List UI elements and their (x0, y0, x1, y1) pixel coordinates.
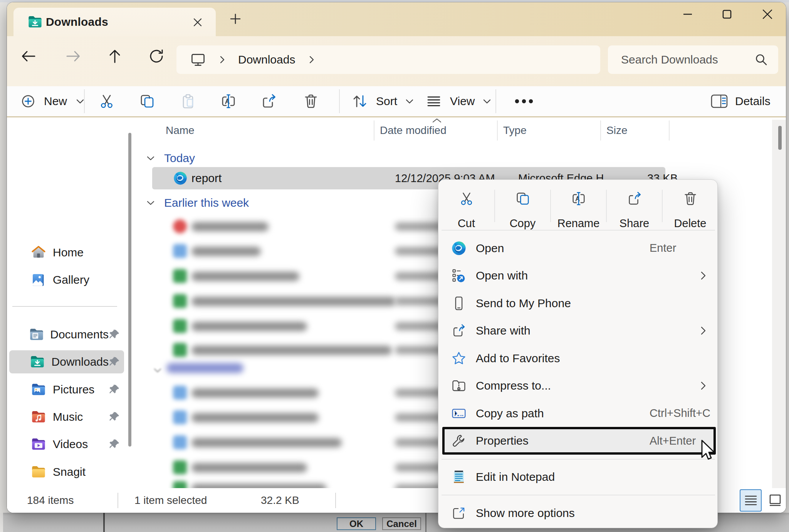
tab-close-icon[interactable] (189, 13, 206, 31)
sidebar-item-snagit[interactable]: Snagit (9, 460, 124, 483)
navigation-bar: Downloads Search Downloads (7, 36, 786, 86)
search-icon[interactable] (754, 53, 768, 67)
command-toolbar: New Sort View (7, 86, 786, 116)
sidebar-item-videos[interactable]: Videos (9, 433, 124, 456)
context-action-label: Cut (458, 217, 475, 230)
sidebar-scrollbar[interactable] (128, 133, 131, 447)
breadcrumb-chevron-icon[interactable] (306, 55, 317, 64)
context-delete-button[interactable]: Delete (662, 187, 718, 232)
sidebar-item-home[interactable]: Home (9, 241, 124, 264)
thumbnail-view-icon (768, 494, 782, 507)
gallery-icon (30, 272, 47, 288)
forward-icon[interactable] (61, 44, 86, 69)
copy-icon (515, 191, 531, 207)
scrollbar-thumb[interactable] (778, 126, 782, 150)
menu-item-open[interactable]: Open Enter (440, 234, 716, 262)
context-rename-button[interactable]: Rename (551, 187, 606, 232)
thumbnail-view-toggle[interactable] (765, 492, 785, 509)
sidebar-item-label: Pictures (53, 383, 109, 396)
search-input[interactable]: Search Downloads (608, 45, 778, 74)
edge-icon (451, 241, 467, 256)
menu-item-add-to-favorites[interactable]: Add to Favorites (440, 345, 716, 372)
sidebar-item-label: Downloads (52, 355, 109, 368)
pin-icon (109, 411, 120, 423)
menu-item-properties[interactable]: Properties Alt+Enter (440, 427, 716, 455)
new-tab-icon[interactable] (225, 8, 246, 29)
sidebar-item-pictures[interactable]: Pictures (9, 378, 124, 401)
collapse-chevron-icon[interactable] (146, 198, 156, 208)
mouse-cursor (700, 440, 717, 463)
menu-item-share-with[interactable]: Share with (440, 317, 716, 345)
menu-item-open-with[interactable]: Open with (440, 262, 716, 289)
sidebar-item-gallery[interactable]: Gallery (9, 268, 124, 291)
menu-item-edit-in-notepad[interactable]: Edit in Notepad (440, 463, 716, 490)
collapse-chevron-icon[interactable] (153, 365, 163, 375)
details-pane-button[interactable]: Details (710, 86, 771, 116)
column-separator[interactable] (497, 120, 498, 141)
tab-downloads[interactable]: Downloads (13, 8, 216, 36)
scrollbar-track[interactable] (772, 120, 786, 488)
notepad-icon (451, 469, 467, 485)
background-dialog-edge (425, 513, 426, 532)
wrench-icon (451, 433, 467, 448)
menu-item-send-to-phone[interactable]: Send to My Phone (440, 289, 716, 317)
share-icon[interactable] (255, 87, 283, 115)
column-header-type[interactable]: Type (503, 120, 527, 141)
group-header-earlier-this-week[interactable]: Earlier this week (146, 195, 249, 211)
zip-folder-icon (451, 378, 467, 393)
view-button[interactable]: View (420, 86, 497, 116)
breadcrumb-location[interactable]: Downloads (238, 53, 295, 66)
context-copy-button[interactable]: Copy (495, 187, 551, 232)
videos-folder-icon (30, 437, 47, 452)
show-more-options-icon (451, 505, 467, 521)
status-separator (118, 493, 118, 508)
menu-item-show-more-options[interactable]: Show more options (440, 499, 716, 527)
new-button[interactable]: New (16, 86, 89, 116)
column-separator[interactable] (669, 120, 670, 141)
column-header-name[interactable]: Name (166, 120, 195, 141)
submenu-chevron-icon (698, 325, 708, 336)
menu-shortcut: Ctrl+Shift+C (650, 407, 710, 420)
sidebar-item-label: Gallery (53, 273, 124, 286)
sidebar-item-downloads[interactable]: Downloads (9, 350, 124, 373)
back-icon[interactable] (16, 44, 41, 69)
breadcrumb[interactable]: Downloads (176, 45, 600, 74)
context-cut-button[interactable]: Cut (438, 187, 494, 232)
details-view-toggle[interactable] (740, 489, 762, 512)
column-header-size[interactable]: Size (606, 120, 627, 141)
menu-item-compress-to[interactable]: Compress to... (440, 372, 716, 400)
context-share-button[interactable]: Share (606, 187, 662, 232)
column-separator[interactable] (600, 120, 601, 141)
cut-icon[interactable] (92, 87, 121, 115)
breadcrumb-chevron-icon (217, 55, 228, 64)
sort-button[interactable]: Sort (346, 86, 420, 116)
menu-item-label: Open (476, 242, 504, 255)
submenu-chevron-icon (698, 270, 708, 281)
snagit-folder-icon (30, 464, 47, 480)
chevron-down-icon (405, 97, 414, 106)
collapse-chevron-icon[interactable] (146, 153, 156, 163)
sidebar-item-label: Music (53, 410, 109, 423)
maximize-icon[interactable] (713, 2, 740, 26)
refresh-icon[interactable] (144, 44, 169, 69)
sidebar-item-music[interactable]: Music (9, 405, 124, 428)
menu-item-copy-as-path[interactable]: Copy as path Ctrl+Shift+C (440, 400, 716, 427)
pin-icon (109, 438, 120, 450)
sidebar-item-documents[interactable]: Documents (9, 323, 124, 346)
paste-icon[interactable] (174, 87, 202, 115)
rename-icon[interactable] (214, 87, 243, 115)
sidebar-item-label: Home (53, 246, 124, 259)
pin-icon (109, 329, 120, 340)
up-icon[interactable] (102, 44, 127, 69)
group-header-today[interactable]: Today (146, 151, 195, 166)
blurred-group-header[interactable] (166, 363, 243, 373)
delete-icon[interactable] (297, 87, 325, 115)
ok-button[interactable]: OK (337, 517, 376, 530)
copy-icon[interactable] (133, 87, 161, 115)
more-options-icon[interactable] (504, 87, 544, 115)
minimize-icon[interactable] (674, 2, 701, 26)
cancel-button[interactable]: Cancel (382, 517, 421, 530)
context-action-label: Share (619, 217, 649, 230)
close-icon[interactable] (754, 2, 781, 26)
column-separator[interactable] (374, 120, 374, 141)
